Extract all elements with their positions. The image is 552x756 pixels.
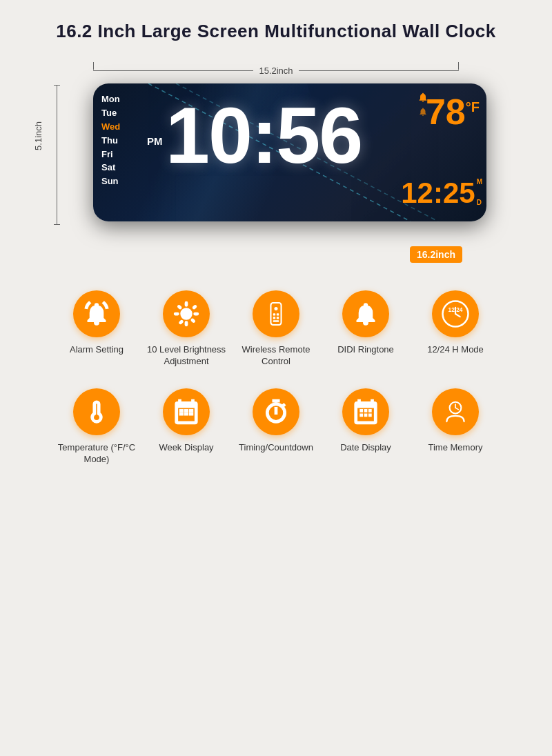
features-row-2: Temperature (°F/°C Mode) Week Display <box>28 388 524 466</box>
mode-icon-circle: 12/24 <box>432 290 479 337</box>
svg-rect-13 <box>180 410 184 412</box>
brightness-svg <box>173 301 199 327</box>
svg-rect-7 <box>277 317 279 319</box>
brightness-label: 10 Level Brightness Adjustment <box>145 344 228 368</box>
week-icon-circle <box>163 388 210 435</box>
date-value: 12:25 <box>401 179 475 208</box>
countdown-icon-circle <box>253 388 299 435</box>
svg-line-21 <box>455 408 458 410</box>
feature-remote: Wireless Remote Control <box>235 290 317 368</box>
svg-rect-4 <box>273 313 275 315</box>
width-label: 15.2inch <box>253 66 298 76</box>
day-sun: Sun <box>101 176 120 188</box>
day-mon: Mon <box>101 94 120 106</box>
thermometer-svg <box>83 399 110 425</box>
date-icon-circle <box>342 388 389 435</box>
page-title: 16.2 Inch Large Screen Multifunctional W… <box>14 21 538 42</box>
svg-rect-15 <box>190 410 193 412</box>
svg-point-3 <box>274 307 277 310</box>
temperature-icon-circle <box>73 388 120 435</box>
title-section: 16.2 Inch Large Screen Multifunctional W… <box>14 21 538 42</box>
feature-alarm: Alarm Setting <box>55 290 138 368</box>
clock-diagram: 15.2inch 5.1inch Mon Tue W <box>28 56 524 270</box>
svg-rect-14 <box>185 410 188 412</box>
ringtone-icon-circle <box>342 290 389 337</box>
svg-line-12 <box>455 314 460 317</box>
svg-rect-18 <box>190 412 193 415</box>
memory-icon-circle <box>432 388 479 435</box>
day-wed: Wed <box>101 121 120 133</box>
svg-rect-17 <box>185 412 188 415</box>
page-container: 16.2 Inch Large Screen Multifunctional W… <box>0 0 552 514</box>
bell-svg <box>353 301 379 327</box>
days-column: Mon Tue Wed Thu Fri Sat Sun <box>101 94 120 188</box>
feature-memory: Time Memory <box>414 388 497 466</box>
svg-rect-5 <box>277 313 279 315</box>
stopwatch-svg <box>263 399 289 425</box>
svg-rect-6 <box>273 317 275 319</box>
feature-mode: 12/24 12/24 H Mode <box>414 290 497 368</box>
temp-value: 78 <box>426 92 466 132</box>
week-label: Week Display <box>159 442 213 454</box>
temperature-display: 78°F <box>426 94 480 130</box>
features-row-1: Alarm Setting 10 Level Brightness Adjust… <box>28 290 524 368</box>
day-sat: Sat <box>101 162 120 174</box>
alarm-label: Alarm Setting <box>70 344 124 356</box>
date-small-display: 12:25 M D <box>401 179 482 208</box>
day-label: D <box>477 199 482 206</box>
feature-brightness: 10 Level Brightness Adjustment <box>145 290 228 368</box>
features-section: Alarm Setting 10 Level Brightness Adjust… <box>14 290 538 466</box>
temp-unit: °F <box>466 99 480 115</box>
date-label: Date Display <box>340 442 391 454</box>
main-time-display: 10:56 <box>166 96 362 175</box>
remote-icon-circle <box>253 290 299 337</box>
feature-temperature: Temperature (°F/°C Mode) <box>55 388 138 466</box>
alarm-icon-circle <box>73 290 120 337</box>
temperature-label: Temperature (°F/°C Mode) <box>55 442 138 466</box>
countdown-label: Timing/Countdown <box>239 442 313 454</box>
height-label: 5.1inch <box>33 121 43 150</box>
month-label: M <box>477 179 482 186</box>
am-pm-label: PM <box>147 135 163 147</box>
calendar-date-svg <box>353 399 379 425</box>
alarm-svg <box>83 301 110 327</box>
clock-display: Mon Tue Wed Thu Fri Sat Sun PM 10:56 <box>93 83 486 221</box>
day-thu: Thu <box>101 135 120 147</box>
feature-week: Week Display <box>145 388 228 466</box>
calendar-week-svg <box>173 399 199 425</box>
svg-rect-8 <box>273 320 279 322</box>
feature-ringtone: DIDI Ringtone <box>324 290 407 368</box>
memory-label: Time Memory <box>428 442 483 454</box>
remote-label: Wireless Remote Control <box>235 344 317 368</box>
date-md-labels: M D <box>477 179 482 206</box>
svg-rect-16 <box>180 412 184 415</box>
brightness-icon-circle <box>163 290 210 337</box>
day-fri: Fri <box>101 149 120 161</box>
size-badge: 16.2inch <box>410 246 462 263</box>
ringtone-label: DIDI Ringtone <box>337 344 394 356</box>
feature-countdown: Timing/Countdown <box>235 388 317 466</box>
day-tue: Tue <box>101 108 120 119</box>
feature-date: Date Display <box>324 388 407 466</box>
mode-label: 12/24 H Mode <box>427 344 484 356</box>
